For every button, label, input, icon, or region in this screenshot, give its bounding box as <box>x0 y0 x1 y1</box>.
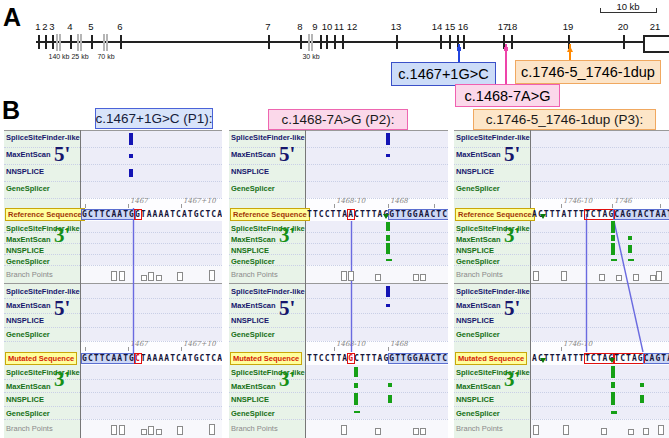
mutation-label-c1467: c.1467+1G>C <box>391 62 496 86</box>
ruler-tick <box>612 204 613 208</box>
exon-sequence: CAGTACTAAT <box>614 210 669 219</box>
three-prime-label: 3' <box>504 223 520 248</box>
exon-tick <box>70 35 72 49</box>
gap-slash <box>80 34 82 51</box>
prediction-column-p1: SpliceSiteFinder-likeMaxEntScanNNSPLICEG… <box>4 130 222 438</box>
exon-number: 13 <box>391 21 402 32</box>
row-divider <box>454 163 669 165</box>
ruler-position-label: 1467+10 <box>183 340 216 348</box>
tool-label-genesplicer: GeneSplicer <box>231 409 275 418</box>
tool-label-genesplicer: GeneSplicer <box>456 330 500 339</box>
branch-points-label: Branch Points <box>231 424 278 433</box>
three-prime-label: 3' <box>279 223 295 248</box>
acceptor-score-bar <box>611 221 615 233</box>
mutation-arrow-marker <box>567 46 573 52</box>
gap-distance-label: 30 kb <box>302 53 319 60</box>
gap-slash <box>311 34 313 51</box>
prediction-column-p2: SpliceSiteFinder-likeMaxEntScanNNSPLICEG… <box>229 130 448 438</box>
exon-tick <box>320 35 322 49</box>
row-divider <box>4 146 222 148</box>
row-divider <box>454 197 669 199</box>
branch-point-glyph <box>533 425 539 435</box>
mutation-dot-marker <box>504 47 508 51</box>
exon-number: 15 <box>445 21 456 32</box>
five-prime-label: 5' <box>504 296 520 321</box>
donor-score-bar <box>129 154 133 158</box>
five-prime-label: 5' <box>54 142 70 167</box>
exon-number: 7 <box>265 21 270 32</box>
exon-number: 5 <box>88 21 93 32</box>
scale-bar-label: 10 kb <box>616 1 639 12</box>
three-prime-label: 3' <box>54 223 70 248</box>
branch-point-glyph <box>111 271 117 281</box>
branch-point-glyph <box>141 429 147 435</box>
reference-sequence-label: Reference Sequence <box>5 208 85 221</box>
row-divider <box>229 146 448 148</box>
gap-slash <box>106 34 108 51</box>
row-divider <box>454 146 669 148</box>
branch-point-glyph <box>563 425 569 435</box>
column-header-p1: c.1467+1G>C (P1): <box>95 108 213 129</box>
acceptor-score-bar <box>354 393 358 405</box>
ruler-tick <box>128 347 129 351</box>
ruler-position-label: 1468 <box>390 340 408 348</box>
tool-label-splicesitefinder-like: SpliceSiteFinder-like <box>231 287 305 296</box>
row-divider <box>454 405 669 407</box>
scale-bar <box>600 12 656 13</box>
gap-slash <box>77 34 79 51</box>
tool-label-genesplicer: GeneSplicer <box>231 330 275 339</box>
ruler-position-label: 1467 <box>130 340 148 348</box>
row-divider <box>4 180 222 182</box>
tool-label-genesplicer: GeneSplicer <box>456 184 500 193</box>
ruler-tick <box>181 347 182 351</box>
tool-label-nnsplice: NNSPLICE <box>6 316 44 325</box>
tool-label-nnsplice: NNSPLICE <box>456 167 494 176</box>
branch-point-glyph <box>209 270 215 281</box>
exon-tick <box>45 35 47 49</box>
acceptor-score-bar <box>354 383 358 388</box>
figure: A 10 kb 12345678910111213141516171819202… <box>0 0 669 438</box>
ruler-position-label: 1468 <box>390 197 408 205</box>
acceptor-score-bar <box>628 259 634 261</box>
exon-tick <box>326 35 328 49</box>
tool-label-maxentscan: MaxEntScan <box>6 301 51 310</box>
branch-point-glyph <box>413 274 419 281</box>
branch-point-glyph <box>111 425 117 435</box>
tool-label-maxentscan: MaxEntScan <box>6 235 51 244</box>
row-divider <box>454 418 669 420</box>
acceptor-site-triangle-marker <box>383 214 389 219</box>
exon-tick <box>342 35 344 49</box>
row-divider <box>454 340 669 342</box>
row-divider <box>229 418 448 420</box>
exon-tick <box>396 35 398 49</box>
row-divider <box>229 297 448 299</box>
branch-point-glyph <box>119 271 125 281</box>
ruler-tick <box>561 347 562 351</box>
exon-sequence: GTTGGAACTC <box>389 210 448 219</box>
donor-score-bar <box>129 133 133 145</box>
donor-score-bar <box>386 304 390 307</box>
branch-point-glyph <box>413 428 419 435</box>
ruler-position-label: 1746-10 <box>563 340 592 348</box>
branch-point-glyph <box>601 428 607 435</box>
row-divider <box>4 163 222 165</box>
row-divider <box>4 297 222 299</box>
branch-point-glyph <box>375 428 381 435</box>
mutated-sequence-label: Mutated Sequence <box>230 352 302 365</box>
section-separator <box>4 283 222 284</box>
branch-point-glyph <box>656 271 662 281</box>
row-divider <box>454 180 669 182</box>
acceptor-score-bar <box>388 383 392 387</box>
branch-point-glyph <box>341 425 347 435</box>
row-divider <box>4 312 222 314</box>
mutated-sequence-label: Mutated Sequence <box>5 352 77 365</box>
exon-sequence: GTTGGAACTC <box>389 354 448 363</box>
exon-tick <box>268 35 270 49</box>
tool-label-maxentscan: MaxEntScan <box>6 382 51 391</box>
three-prime-label: 3' <box>279 367 295 392</box>
panel-b-label: B <box>2 98 20 123</box>
ruler-tick <box>181 204 182 208</box>
row-divider <box>4 391 222 393</box>
branch-point-glyph <box>533 271 539 281</box>
tool-label-splicesitefinder-like: SpliceSiteFinder-like <box>6 133 80 142</box>
